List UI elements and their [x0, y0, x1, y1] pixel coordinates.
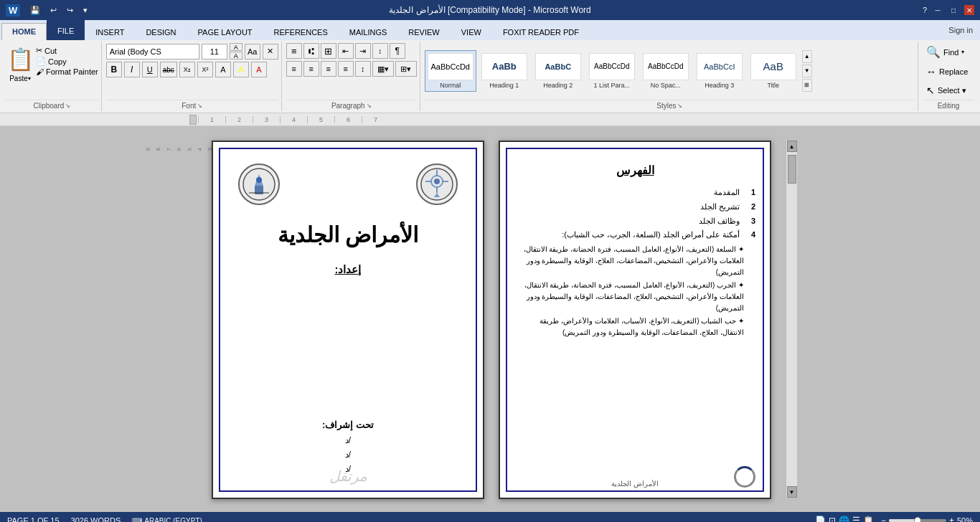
paste-button[interactable]: 📋 Paste ▾ [6, 43, 34, 82]
font-name-input[interactable] [106, 44, 199, 60]
italic-button[interactable]: I [124, 62, 140, 77]
scroll-up-btn[interactable]: ▲ [787, 141, 797, 152]
fullscreen-btn[interactable]: ⊡ [829, 516, 836, 522]
underline-button[interactable]: U [142, 62, 158, 77]
style-heading2[interactable]: AaBbC Heading 2 [532, 50, 584, 92]
borders-button[interactable]: ⊞▾ [395, 61, 417, 77]
scroll-thumb[interactable] [788, 155, 796, 184]
superscript-button[interactable]: X² [197, 62, 213, 77]
font-expand[interactable]: ↘ [197, 103, 202, 109]
decrease-indent-button[interactable]: ⇤ [338, 43, 354, 59]
zoom-out-btn[interactable]: − [881, 516, 886, 522]
style-nospace[interactable]: AaBbCcDd No Spac... [640, 50, 692, 92]
tab-home[interactable]: HOME [1, 23, 47, 40]
clipboard-expand[interactable]: ↘ [65, 103, 70, 109]
ruler-mark: 5 [307, 116, 334, 123]
right-logo-svg [420, 167, 454, 201]
style-heading1-label: Heading 1 [489, 82, 519, 89]
left-logo-svg [242, 167, 276, 201]
minimize-button[interactable]: ─ [933, 5, 943, 15]
increase-indent-button[interactable]: ⇥ [355, 43, 371, 59]
numbering-button[interactable]: ⑆ [303, 43, 319, 59]
help-icon[interactable]: ? [923, 6, 927, 14]
customize-quickbtn[interactable]: ▾ [80, 4, 90, 16]
select-button[interactable]: ↖ Select ▾ [923, 82, 970, 98]
text-effects-button[interactable]: A [215, 62, 231, 77]
tab-view[interactable]: VIEW [451, 23, 492, 40]
align-right-button[interactable]: ≡ [321, 61, 336, 77]
sort-button[interactable]: ↕ [372, 43, 388, 59]
ruler-mark: 7 [362, 116, 389, 123]
bullets-button[interactable]: ≡ [286, 43, 302, 59]
toc-page[interactable]: الفهرس 1 المقدمة 2 تشريح الجلد 3 وظائف ا… [499, 141, 771, 499]
shading-button[interactable]: ▦▾ [372, 61, 394, 77]
align-left-button[interactable]: ≡ [286, 61, 302, 77]
restore-button[interactable]: □ [948, 5, 958, 15]
close-button[interactable]: ✕ [964, 5, 974, 15]
zoom-thumb[interactable] [914, 517, 921, 522]
scroll-down-btn[interactable]: ▼ [787, 486, 797, 498]
web-layout-btn[interactable]: 🌐 [839, 516, 849, 522]
bold-button[interactable]: B [106, 62, 122, 77]
style-title[interactable]: AaB Title [748, 50, 799, 92]
format-painter-item[interactable]: 🖌 Format Painter [36, 67, 98, 76]
outline-btn[interactable]: ☰ [852, 516, 860, 522]
case-button[interactable]: Aa [245, 44, 260, 60]
style-heading3[interactable]: AaBbCcI Heading 3 [694, 50, 745, 92]
ribbon: HOME FILE INSERT DESIGN PAGE LAYOUT REFE… [0, 20, 980, 113]
cut-item[interactable]: ✂ Cut [36, 46, 98, 55]
font-size-input[interactable] [202, 44, 227, 60]
tab-design[interactable]: DESIGN [135, 23, 187, 40]
undo-quickbtn[interactable]: ↩ [47, 4, 60, 16]
styles-more[interactable]: ⊞ [802, 79, 812, 92]
replace-label: Replace [939, 67, 968, 76]
zoom-in-btn[interactable]: + [949, 516, 954, 522]
tab-insert[interactable]: INSERT [85, 23, 135, 40]
cover-page[interactable]: الأمراض الجلدية إعداد: تحت إشراف: /د /د … [212, 141, 484, 499]
print-layout-btn[interactable]: 📄 [815, 516, 826, 522]
editing-section-label: Editing [923, 100, 974, 110]
ruler-toggle[interactable] [189, 115, 197, 125]
tab-mailings[interactable]: MAILINGS [339, 23, 398, 40]
zoom-slider[interactable] [889, 519, 946, 522]
svg-point-3 [256, 177, 262, 183]
copy-item[interactable]: 📄 Copy [36, 57, 98, 66]
multilevel-button[interactable]: ⊞ [321, 43, 336, 59]
save-quickbtn[interactable]: 💾 [27, 4, 43, 16]
tab-foxit[interactable]: FOXIT READER PDF [492, 23, 590, 40]
clear-formatting-button[interactable]: ✕ [263, 44, 278, 60]
ruler-marks: 1 2 3 4 5 6 7 [198, 116, 389, 123]
zoom-controls: − + 50% [881, 516, 973, 522]
signin-link[interactable]: Sign in [948, 26, 980, 34]
align-center-button[interactable]: ≡ [303, 61, 319, 77]
justify-button[interactable]: ≡ [338, 61, 354, 77]
redo-quickbtn[interactable]: ↪ [64, 4, 76, 16]
tab-references[interactable]: REFERENCES [263, 23, 339, 40]
style-heading1[interactable]: AaBb Heading 1 [479, 50, 530, 92]
style-listpara[interactable]: AaBbCcDd 1 List Para... [586, 50, 638, 92]
text-highlight-button[interactable]: A [233, 62, 249, 77]
subscript-button[interactable]: X₂ [179, 62, 195, 77]
language-indicator[interactable]: ⌨ ARABIC (EGYPT) [132, 517, 202, 523]
show-marks-button[interactable]: ¶ [390, 43, 405, 59]
draft-btn[interactable]: 📋 [863, 516, 874, 522]
styles-expand[interactable]: ↘ [677, 103, 682, 109]
tab-page-layout[interactable]: PAGE LAYOUT [187, 23, 263, 40]
vertical-scrollbar[interactable]: ▲ ▼ [786, 141, 797, 498]
replace-button[interactable]: ↔ Replace [923, 64, 971, 80]
font-color-button[interactable]: A [251, 62, 267, 77]
toc-item-2: 2 تشريح الجلد [514, 200, 755, 214]
style-normal[interactable]: AaBbCcDd Normal [425, 50, 476, 92]
styles-scroll-up[interactable]: ▲ [802, 50, 812, 63]
line-spacing-button[interactable]: ↕ [355, 61, 371, 77]
zoom-level[interactable]: 50% [957, 516, 973, 522]
find-button[interactable]: 🔍 Find ▾ [923, 43, 968, 61]
styles-scroll-down[interactable]: ▼ [802, 65, 812, 77]
strikethrough-button[interactable]: abc [160, 62, 177, 77]
tab-file[interactable]: FILE [47, 20, 85, 40]
font-grow-button[interactable]: A [230, 43, 242, 51]
styles-section: AaBbCcDd Normal AaBb Heading 1 [422, 42, 918, 111]
tab-review[interactable]: REVIEW [397, 23, 450, 40]
paragraph-expand[interactable]: ↘ [367, 103, 372, 109]
font-shrink-button[interactable]: A [230, 52, 242, 60]
